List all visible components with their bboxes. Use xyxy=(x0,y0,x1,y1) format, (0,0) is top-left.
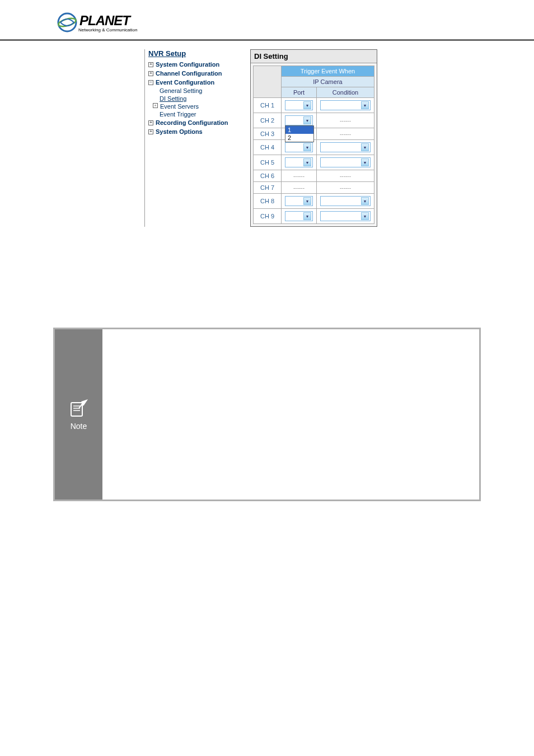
dash-text: ------ xyxy=(293,185,305,191)
condition-select[interactable]: ▾ xyxy=(320,100,371,110)
dropdown-option[interactable]: 1 xyxy=(285,126,313,134)
dash-text: ------ xyxy=(340,173,351,179)
condition-cell: ▾ xyxy=(317,209,374,224)
dash-text: ------ xyxy=(340,185,351,191)
nav-label: Channel Configuration xyxy=(156,70,222,77)
chevron-down-icon: ▾ xyxy=(303,101,311,109)
condition-cell: ▾ xyxy=(317,140,374,155)
channel-label: CH 5 xyxy=(254,155,282,170)
col-ipcamera: IP Camera xyxy=(282,77,374,87)
condition-select[interactable]: ▾ xyxy=(320,142,371,152)
nav-event-trigger[interactable]: Event Trigger xyxy=(148,110,246,118)
nav-label: Recording Configuration xyxy=(156,119,228,126)
chevron-down-icon: ▾ xyxy=(361,158,369,166)
chevron-down-icon: ▾ xyxy=(303,158,311,166)
nav-label: System Configuration xyxy=(156,61,219,68)
channel-label: CH 8 xyxy=(254,194,282,209)
port-cell: ------ xyxy=(282,182,317,194)
brand-name: PLANET xyxy=(79,13,137,29)
note-label: Note xyxy=(71,422,87,431)
expand-icon[interactable]: + xyxy=(148,62,153,67)
chevron-down-icon: ▾ xyxy=(303,212,311,220)
port-select[interactable]: ▾ xyxy=(285,196,313,206)
table-row: CH 7------------ xyxy=(254,182,374,194)
page-header: PLANET Networking & Communication xyxy=(0,0,534,41)
expand-icon[interactable]: + xyxy=(148,129,153,134)
nav-channel-config[interactable]: +Channel Configuration xyxy=(148,69,246,78)
condition-cell: ▾ xyxy=(317,194,374,209)
di-setting-panel: DI Setting Trigger Event When IP Camera … xyxy=(250,49,377,227)
condition-select[interactable]: ▾ xyxy=(320,211,371,221)
nav-general-setting[interactable]: General Setting xyxy=(148,87,246,95)
chevron-down-icon: ▾ xyxy=(361,101,369,109)
port-select[interactable]: ▾ xyxy=(285,211,313,221)
port-select[interactable]: ▾ xyxy=(285,157,313,167)
port-cell: ▾ xyxy=(282,98,317,113)
table-row: CH 8▾▾ xyxy=(254,194,374,209)
condition-cell: ------ xyxy=(317,182,374,194)
port-select[interactable]: ▾ xyxy=(285,100,313,110)
nav-event-config[interactable]: −Event Configuration xyxy=(148,78,246,87)
nav-system-config[interactable]: +System Configuration xyxy=(148,60,246,69)
nav-title[interactable]: NVR Setup xyxy=(148,49,246,58)
table-row: CH 6------------ xyxy=(254,170,374,182)
note-icon xyxy=(68,398,90,418)
nav-label: System Options xyxy=(156,128,203,135)
table-row: CH 5▾▾ xyxy=(254,155,374,170)
channel-label: CH 9 xyxy=(254,209,282,224)
nav-system-options[interactable]: +System Options xyxy=(148,127,246,136)
nav-event-servers[interactable]: +Event Servers xyxy=(148,102,246,110)
di-table: Trigger Event When IP Camera Port Condit… xyxy=(253,66,374,224)
channel-label: CH 4 xyxy=(254,140,282,155)
port-cell: ▾ xyxy=(282,194,317,209)
note-sidebar: Note xyxy=(55,329,102,500)
chevron-down-icon: ▾ xyxy=(361,212,369,220)
planet-globe-icon xyxy=(56,11,78,34)
dash-text: ------ xyxy=(293,173,305,179)
port-cell: ▾ xyxy=(282,155,317,170)
col-port: Port xyxy=(282,87,317,98)
table-row: CH 1▾▾ xyxy=(254,98,374,113)
channel-label: CH 2 xyxy=(254,113,282,128)
port-select[interactable]: ▾ xyxy=(285,142,313,152)
table-row: CH 9▾▾ xyxy=(254,209,374,224)
dropdown-list[interactable]: 12 xyxy=(285,125,314,142)
chevron-down-icon: ▾ xyxy=(361,143,369,151)
col-trigger: Trigger Event When xyxy=(282,66,374,77)
channel-label: CH 1 xyxy=(254,98,282,113)
nav-label: Event Servers xyxy=(160,103,199,110)
port-select-open[interactable]: ▾12 xyxy=(285,115,313,125)
brand-tagline: Networking & Communication xyxy=(78,27,137,32)
col-condition: Condition xyxy=(317,87,374,98)
condition-cell: ------ xyxy=(317,128,374,140)
condition-cell: ------ xyxy=(317,170,374,182)
chevron-down-icon: ▾ xyxy=(361,197,369,205)
svg-rect-2 xyxy=(71,403,82,416)
nav-di-setting[interactable]: DI Setting xyxy=(148,95,246,102)
table-row: CH 2▾12------ xyxy=(254,113,374,128)
port-cell: ------ xyxy=(282,170,317,182)
brand-logo: PLANET Networking & Communication xyxy=(56,11,534,34)
nav-recording-config[interactable]: +Recording Configuration xyxy=(148,118,246,127)
note-box: Note xyxy=(53,328,481,501)
note-content xyxy=(102,329,479,500)
dropdown-option[interactable]: 2 xyxy=(285,134,313,142)
channel-label: CH 7 xyxy=(254,182,282,194)
channel-label: CH 3 xyxy=(254,128,282,140)
chevron-down-icon: ▾ xyxy=(303,116,311,124)
expand-icon[interactable]: + xyxy=(148,71,153,76)
condition-select[interactable]: ▾ xyxy=(320,157,371,167)
port-cell: ▾12 xyxy=(282,113,317,128)
sidebar-nav: NVR Setup +System Configuration +Channel… xyxy=(148,49,250,227)
condition-cell: ------ xyxy=(317,113,374,128)
port-cell: ▾ xyxy=(282,209,317,224)
nav-label: Event Configuration xyxy=(156,79,214,86)
expand-icon[interactable]: + xyxy=(148,120,153,125)
condition-select[interactable]: ▾ xyxy=(320,196,371,206)
collapse-icon[interactable]: − xyxy=(148,80,153,85)
expand-icon[interactable]: + xyxy=(153,103,158,108)
condition-cell: ▾ xyxy=(317,98,374,113)
chevron-down-icon: ▾ xyxy=(303,197,311,205)
dash-text: ------ xyxy=(340,118,351,124)
chevron-down-icon: ▾ xyxy=(303,143,311,151)
